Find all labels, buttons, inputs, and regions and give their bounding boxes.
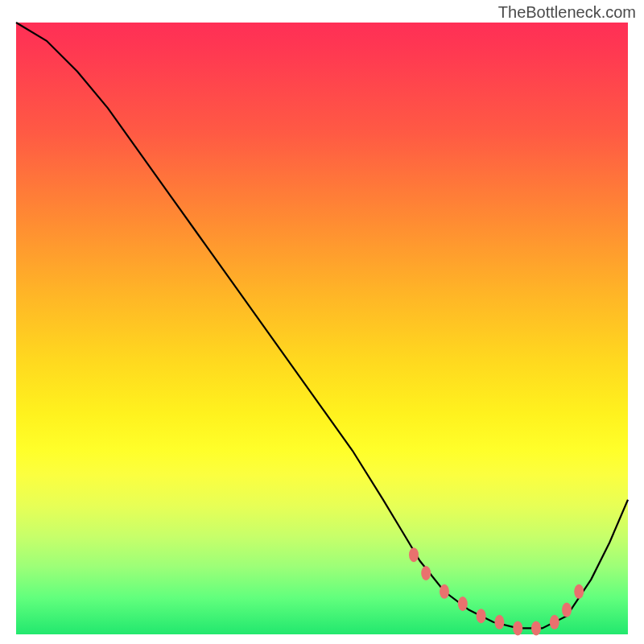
- curve-layer: [16, 23, 628, 634]
- highlight-dot: [562, 603, 572, 617]
- watermark-text: TheBottleneck.com: [498, 3, 636, 22]
- highlight-dot: [477, 609, 486, 623]
- highlight-dot: [409, 547, 419, 562]
- chart-container: TheBottleneck.com: [0, 0, 644, 644]
- highlight-dot: [550, 615, 559, 630]
- highlight-dot: [440, 584, 449, 599]
- bottleneck-curve-path: [16, 23, 628, 628]
- highlight-dot: [458, 597, 468, 611]
- highlight-dot: [421, 566, 431, 580]
- highlight-dots-group: [409, 547, 584, 635]
- highlight-dot: [574, 584, 584, 599]
- highlight-dot: [531, 621, 541, 635]
- highlight-dot: [513, 621, 522, 635]
- plot-area: [16, 23, 628, 634]
- highlight-dot: [494, 615, 504, 630]
